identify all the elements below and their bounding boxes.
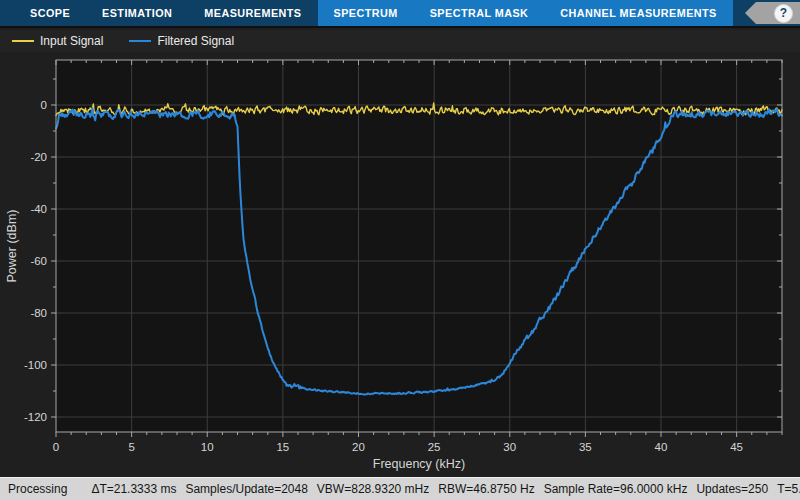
y-tick-label: -80	[30, 307, 47, 319]
status-field: T=5.333	[777, 482, 800, 496]
x-tick-label: 35	[579, 441, 592, 453]
tab-measurements[interactable]: MEASUREMENTS	[188, 0, 317, 26]
x-tick-label: 20	[352, 441, 365, 453]
x-tick-label: 45	[730, 441, 743, 453]
help-icon[interactable]: ?	[774, 4, 793, 23]
legend-label: Input Signal	[40, 34, 103, 48]
legend-line-sample	[129, 40, 151, 42]
status-field: VBW=828.9320 mHz	[317, 482, 429, 496]
tab-group-left: SCOPEESTIMATIONMEASUREMENTS	[0, 0, 318, 26]
x-tick-label: 0	[53, 441, 59, 453]
tab-estimation[interactable]: ESTIMATION	[86, 0, 188, 26]
y-tick-label: -40	[30, 203, 47, 215]
x-tick-label: 15	[276, 441, 289, 453]
toolbar-spacer	[733, 0, 745, 26]
y-tick-label: -20	[30, 151, 47, 163]
legend-label: Filtered Signal	[157, 34, 234, 48]
toolstrip: SCOPEESTIMATIONMEASUREMENTS SPECTRUMSPEC…	[0, 0, 800, 28]
toolstrip-collapse-arrow: ?	[745, 0, 800, 26]
tab-scope[interactable]: SCOPE	[14, 0, 86, 26]
y-axis-title: Power (dBm)	[5, 210, 19, 283]
y-tick-label: -100	[24, 359, 47, 371]
y-tick-label: 0	[41, 99, 47, 111]
legend: Input SignalFiltered Signal	[0, 30, 800, 52]
legend-item-input-signal[interactable]: Input Signal	[12, 34, 103, 48]
status-fields: ΔT=21.3333 msSamples/Update=2048VBW=828.…	[91, 482, 800, 496]
x-tick-label: 5	[128, 441, 134, 453]
x-tick-label: 25	[428, 441, 441, 453]
y-tick-label: -60	[30, 255, 47, 267]
x-tick-label: 10	[201, 441, 214, 453]
tab-group-spectrum: SPECTRUMSPECTRAL MASKCHANNEL MEASUREMENT…	[318, 0, 733, 26]
spectrum-plot[interactable]: 0510152025303540450-20-40-60-80-100-120F…	[0, 52, 800, 477]
legend-item-filtered-signal[interactable]: Filtered Signal	[129, 34, 234, 48]
status-field: Updates=250	[696, 482, 768, 496]
x-tick-label: 40	[655, 441, 668, 453]
legend-line-sample	[12, 40, 34, 42]
tab-spectral-mask[interactable]: SPECTRAL MASK	[414, 0, 545, 26]
y-tick-label: -120	[24, 411, 47, 423]
status-field: ΔT=21.3333 ms	[91, 482, 176, 496]
status-field: RBW=46.8750 Hz	[438, 482, 534, 496]
x-tick-label: 30	[503, 441, 516, 453]
spectrum-analyzer-window: SCOPEESTIMATIONMEASUREMENTS SPECTRUMSPEC…	[0, 0, 800, 500]
status-bar: Processing ΔT=21.3333 msSamples/Update=2…	[0, 477, 800, 500]
x-axis-title: Frequency (kHz)	[373, 457, 465, 471]
tab-spectrum[interactable]: SPECTRUM	[318, 0, 414, 26]
status-field: Sample Rate=96.0000 kHz	[544, 482, 688, 496]
tab-channel-measurements[interactable]: CHANNEL MEASUREMENTS	[544, 0, 732, 26]
plot-region[interactable]: 0510152025303540450-20-40-60-80-100-120F…	[0, 52, 800, 477]
status-field: Samples/Update=2048	[185, 482, 307, 496]
status-state: Processing	[8, 482, 67, 496]
